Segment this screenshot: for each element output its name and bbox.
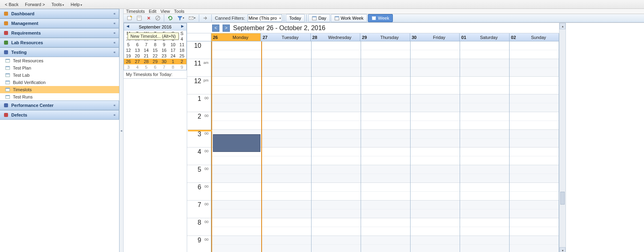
prev-month-button[interactable]: ◀ bbox=[126, 24, 129, 28]
sidebar-group-requirements[interactable]: Requirements« bbox=[0, 28, 119, 38]
vertical-scrollbar[interactable]: ▴ ▾ bbox=[559, 23, 566, 252]
today-button[interactable]: Today bbox=[286, 14, 305, 22]
mini-day[interactable]: 2 bbox=[178, 59, 186, 64]
next-week-button[interactable]: > bbox=[223, 25, 230, 32]
mini-day[interactable]: 1 bbox=[169, 59, 178, 64]
svg-line-24 bbox=[157, 17, 159, 20]
day-column[interactable] bbox=[312, 41, 361, 252]
day-header[interactable]: 28Wednesday bbox=[311, 33, 360, 41]
mini-day[interactable]: 6 bbox=[133, 42, 142, 47]
sidebar-group-lab-resources[interactable]: Lab Resources« bbox=[0, 38, 119, 47]
mini-day[interactable]: 27 bbox=[133, 59, 142, 64]
menu-tools[interactable]: Tools bbox=[174, 9, 184, 14]
day-header[interactable]: 30Friday bbox=[410, 33, 460, 41]
mini-day[interactable]: 7 bbox=[142, 42, 151, 47]
forward-button[interactable]: Forward > bbox=[23, 1, 47, 8]
day-column[interactable] bbox=[361, 41, 411, 252]
mini-day[interactable]: 23 bbox=[160, 53, 169, 59]
mini-day[interactable]: 14 bbox=[142, 47, 151, 53]
mini-day[interactable]: 29 bbox=[151, 59, 159, 64]
scroll-up-button[interactable]: ▴ bbox=[559, 23, 566, 29]
sidebar-group-dashboard[interactable]: Dashboard« bbox=[0, 9, 119, 18]
sidebar-group-testing[interactable]: Testing« bbox=[0, 47, 119, 57]
menu-view[interactable]: View bbox=[161, 9, 170, 14]
day-column[interactable] bbox=[510, 41, 559, 252]
menu-edit[interactable]: Edit bbox=[149, 9, 157, 14]
prev-week-button[interactable]: < bbox=[212, 25, 219, 32]
mini-day[interactable]: 21 bbox=[142, 53, 151, 59]
mini-day[interactable]: 9 bbox=[160, 42, 169, 47]
hour-label: 12pm bbox=[187, 77, 211, 94]
content-toolbar: ✕ ▾ ▾ Canned Filters: Mine (This pro▾ To… bbox=[124, 14, 644, 23]
mini-day[interactable]: 26 bbox=[124, 59, 133, 64]
mini-day[interactable]: 18 bbox=[178, 47, 186, 53]
refresh-button[interactable] bbox=[166, 14, 175, 22]
day-view-button[interactable]: Day bbox=[308, 14, 330, 22]
delete-button[interactable]: ✕ bbox=[144, 14, 153, 22]
item-icon bbox=[5, 58, 10, 64]
mini-day[interactable]: 28 bbox=[142, 59, 151, 64]
mini-day[interactable]: 25 bbox=[178, 53, 186, 59]
help-menu[interactable]: Help▾ bbox=[68, 1, 85, 8]
menu-timeslots[interactable]: Timeslots bbox=[126, 9, 145, 14]
sidebar-item-test-runs[interactable]: Test Runs bbox=[0, 93, 119, 100]
day-column[interactable] bbox=[411, 41, 460, 252]
day-header[interactable]: 01Saturday bbox=[460, 33, 509, 41]
mini-day[interactable]: 15 bbox=[151, 47, 159, 53]
sidebar-item-test-plan[interactable]: Test Plan bbox=[0, 64, 119, 72]
mini-day[interactable]: 5 bbox=[124, 42, 133, 47]
day-column[interactable] bbox=[460, 41, 510, 252]
mini-day[interactable]: 20 bbox=[133, 53, 142, 59]
mini-day[interactable]: 30 bbox=[160, 59, 169, 64]
next-month-button[interactable]: ▶ bbox=[181, 24, 184, 28]
mini-day[interactable]: 19 bbox=[124, 53, 133, 59]
splitter[interactable]: ◂ bbox=[120, 9, 124, 252]
mini-day[interactable]: 5 bbox=[142, 64, 151, 70]
filter-button[interactable]: ▾ bbox=[175, 14, 186, 22]
sidebar-item-test-resources[interactable]: Test Resources bbox=[0, 57, 119, 64]
mini-day[interactable]: 3 bbox=[124, 64, 133, 70]
mini-day[interactable]: 16 bbox=[160, 47, 169, 53]
workweek-view-button[interactable]: Work Week bbox=[331, 14, 367, 22]
day-header[interactable]: 29Thursday bbox=[360, 33, 410, 41]
sidebar-group-defects[interactable]: Defects« bbox=[0, 110, 119, 120]
mini-day[interactable]: 17 bbox=[169, 47, 178, 53]
sidebar-item-test-lab[interactable]: Test Lab bbox=[0, 72, 119, 79]
sidebar-group-management[interactable]: Management« bbox=[0, 18, 119, 28]
mini-day[interactable]: 10 bbox=[169, 42, 178, 47]
mini-day[interactable]: 24 bbox=[169, 53, 178, 59]
timeslot-event[interactable] bbox=[213, 134, 260, 152]
day-column[interactable] bbox=[262, 41, 312, 252]
email-button[interactable]: ▾ bbox=[187, 14, 197, 22]
mini-day[interactable]: 4 bbox=[178, 36, 186, 42]
day-headers: 26Monday27Tuesday28Wednesday29Thursday30… bbox=[187, 33, 559, 41]
scroll-thumb[interactable] bbox=[560, 192, 565, 205]
group-icon bbox=[3, 11, 9, 16]
sidebar-item-build-verification[interactable]: Build Verification bbox=[0, 79, 119, 86]
mini-day[interactable]: 4 bbox=[133, 64, 142, 70]
tools-menu[interactable]: Tools▾ bbox=[49, 1, 67, 8]
mini-day[interactable]: 8 bbox=[169, 64, 178, 70]
goto-button[interactable] bbox=[201, 14, 210, 22]
mini-day[interactable]: 9 bbox=[178, 64, 186, 70]
mini-day[interactable]: 6 bbox=[151, 64, 159, 70]
day-header[interactable]: 26Monday bbox=[211, 33, 261, 41]
mini-day[interactable]: 22 bbox=[151, 53, 159, 59]
day-column[interactable] bbox=[211, 41, 262, 252]
canned-filters-select[interactable]: Mine (This pro▾ bbox=[248, 14, 282, 22]
mini-day[interactable]: 12 bbox=[124, 47, 133, 53]
week-view-button[interactable]: Week bbox=[368, 14, 393, 22]
day-header[interactable]: 27Tuesday bbox=[261, 33, 310, 41]
mini-day[interactable]: 13 bbox=[133, 47, 142, 53]
sidebar-group-performance-center[interactable]: Performance Center« bbox=[0, 100, 119, 110]
sidebar-item-timeslots[interactable]: Timeslots bbox=[0, 86, 119, 93]
scroll-down-button[interactable]: ▾ bbox=[559, 247, 566, 252]
day-header[interactable]: 02Sunday bbox=[510, 33, 559, 41]
new-timeslot-button[interactable] bbox=[125, 14, 134, 22]
open-button[interactable] bbox=[135, 14, 144, 22]
mini-day[interactable]: 11 bbox=[178, 42, 186, 47]
cancel-button[interactable] bbox=[153, 14, 162, 22]
back-button[interactable]: < Back bbox=[2, 1, 21, 8]
mini-day[interactable]: 7 bbox=[160, 64, 169, 70]
mini-day[interactable]: 8 bbox=[151, 42, 159, 47]
